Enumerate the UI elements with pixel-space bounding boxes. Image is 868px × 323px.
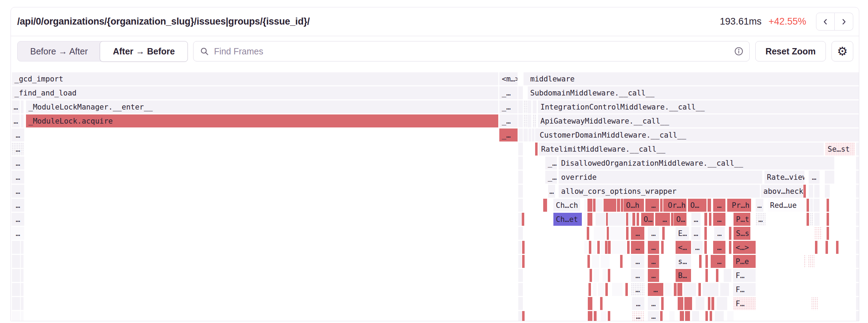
frame-cell[interactable]: …	[648, 311, 659, 321]
frame-cell[interactable]	[587, 255, 590, 268]
frame-cell[interactable]	[522, 213, 524, 226]
frame-cell[interactable]: …	[648, 269, 659, 282]
frame-cell[interactable]	[518, 86, 523, 99]
frame-cell[interactable]	[584, 199, 587, 212]
frame-cell[interactable]	[825, 171, 834, 184]
frame-cell[interactable]	[715, 311, 724, 321]
frame-cell[interactable]: middleware	[528, 72, 859, 85]
frame-cell[interactable]: …	[631, 227, 644, 240]
frame-cell[interactable]	[601, 311, 606, 321]
frame-cell[interactable]: …	[548, 185, 555, 198]
frame-cell[interactable]: allow_cors_options_wrapper	[559, 185, 760, 198]
frame-cell[interactable]	[524, 114, 528, 127]
frame-cell[interactable]	[620, 255, 623, 268]
frame-cell[interactable]	[533, 100, 537, 113]
frame-cell[interactable]	[708, 199, 711, 212]
frame-cell[interactable]	[856, 311, 859, 321]
frame-cell[interactable]: O…h	[624, 199, 644, 212]
frame-cell[interactable]: …	[648, 283, 663, 296]
frame-cell[interactable]: O…	[688, 199, 706, 212]
frame-cell[interactable]	[605, 241, 607, 254]
frame-cell[interactable]	[716, 269, 718, 282]
frame-cell[interactable]	[660, 199, 663, 212]
frame-cell[interactable]	[803, 185, 806, 198]
frame-cell[interactable]	[836, 241, 839, 254]
frame-cell[interactable]: …	[12, 227, 24, 240]
frame-cell[interactable]	[12, 241, 20, 254]
frame-cell[interactable]: …	[713, 241, 725, 254]
frame-cell[interactable]: …	[632, 297, 644, 310]
frame-cell[interactable]	[597, 241, 600, 254]
frame-cell[interactable]	[518, 199, 523, 212]
frame-cell[interactable]: _…	[499, 100, 518, 113]
next-button[interactable]	[835, 13, 853, 31]
frame-cell[interactable]: Red…ue	[768, 199, 805, 212]
frame-cell[interactable]: …	[713, 255, 725, 268]
frame-cell[interactable]	[584, 241, 588, 254]
frame-cell[interactable]: S…s	[734, 227, 750, 240]
frame-cell[interactable]	[856, 241, 859, 254]
frame-cell[interactable]: …	[12, 213, 24, 226]
frame-cell[interactable]	[593, 199, 596, 212]
frame-cell[interactable]	[603, 269, 607, 282]
frame-cell[interactable]: …	[648, 255, 659, 268]
frame-cell[interactable]	[518, 185, 523, 198]
frame-cell[interactable]: …	[648, 241, 659, 254]
frame-cell[interactable]	[661, 241, 664, 254]
frame-cell[interactable]: …	[12, 199, 24, 212]
frame-cell[interactable]	[518, 269, 523, 282]
frame-cell[interactable]	[600, 297, 603, 310]
frame-cell[interactable]	[815, 241, 817, 254]
frame-cell[interactable]: IntegrationControlMiddleware.__call__	[538, 100, 859, 113]
frame-cell[interactable]: …	[756, 199, 763, 212]
frame-cell[interactable]	[814, 199, 820, 212]
frame-cell[interactable]	[532, 128, 534, 141]
frame-cell[interactable]	[592, 241, 596, 254]
frame-cell[interactable]	[621, 199, 623, 212]
frame-cell[interactable]: <…>	[733, 241, 756, 254]
frame-cell[interactable]	[729, 227, 731, 240]
frame-cell[interactable]: …	[631, 255, 644, 268]
frame-cell[interactable]	[708, 297, 710, 310]
frame-cell[interactable]	[21, 297, 24, 310]
frame-cell[interactable]	[678, 297, 683, 310]
prev-button[interactable]	[816, 13, 835, 31]
frame-cell[interactable]	[518, 128, 523, 141]
frame-cell[interactable]: _gcd_import	[12, 72, 498, 85]
frame-cell[interactable]	[727, 311, 734, 321]
frame-cell[interactable]: SubdomainMiddleware.__call__	[528, 86, 859, 99]
frame-cell[interactable]: _…	[545, 171, 557, 184]
frame-cell[interactable]	[720, 283, 729, 296]
frame-cell[interactable]: B…	[676, 269, 691, 282]
frame-cell[interactable]	[596, 199, 603, 212]
frame-cell[interactable]	[825, 157, 834, 170]
frame-cell[interactable]: …	[631, 269, 644, 282]
frame-cell[interactable]: s…	[676, 255, 691, 268]
frame-cell[interactable]	[807, 213, 809, 226]
frame-cell[interactable]: …	[756, 213, 765, 226]
frame-cell[interactable]	[709, 213, 711, 226]
frame-cell[interactable]	[617, 199, 620, 212]
frame-cell[interactable]: _…	[499, 86, 518, 99]
frame-cell[interactable]: …	[648, 297, 659, 310]
frame-cell[interactable]	[856, 227, 859, 240]
frame-cell[interactable]: …	[713, 199, 725, 212]
frame-cell[interactable]: …	[713, 213, 725, 226]
frame-cell[interactable]	[717, 297, 727, 310]
frame-cell[interactable]	[705, 311, 708, 321]
frame-cell[interactable]	[827, 227, 829, 240]
frame-cell[interactable]: …	[12, 143, 24, 156]
frame-cell[interactable]	[601, 255, 610, 268]
frame-cell[interactable]	[705, 269, 708, 282]
frame-cell[interactable]	[518, 100, 523, 113]
frame-cell[interactable]	[587, 213, 592, 226]
frame-cell[interactable]	[625, 283, 628, 296]
frame-cell[interactable]: RatelimitMiddleware.__call__	[539, 143, 824, 156]
frame-cell[interactable]	[660, 311, 663, 321]
frame-cell[interactable]	[518, 227, 523, 240]
frame-cell[interactable]	[584, 213, 587, 226]
frame-cell[interactable]	[704, 227, 707, 240]
frame-cell[interactable]	[601, 241, 604, 254]
frame-cell[interactable]: …	[631, 283, 644, 296]
frame-cell[interactable]	[518, 297, 523, 310]
